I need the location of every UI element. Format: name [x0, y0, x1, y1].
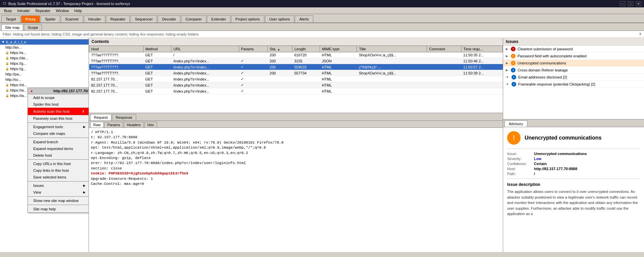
tab-response[interactable]: Response: [112, 114, 136, 120]
close-button[interactable]: ✕: [636, 1, 641, 6]
table-row[interactable]: ???ae???TT???. GET /index.php?s=/index..…: [89, 64, 503, 70]
tab-target[interactable]: Target: [1, 15, 20, 22]
tab-spider[interactable]: Spider: [41, 15, 60, 22]
ctx-add-to-scope[interactable]: Add to scope: [28, 94, 89, 101]
col-mime[interactable]: MIME type: [320, 46, 357, 52]
subtab-raw[interactable]: Raw: [90, 122, 104, 127]
col-time[interactable]: Time requ...: [461, 46, 502, 52]
menu-repeater[interactable]: Repeater: [33, 8, 53, 13]
ctx-spider-host[interactable]: Spider this host: [28, 101, 89, 108]
ctx-engagement-tools[interactable]: Engagement tools ▶: [28, 123, 89, 130]
issue-item[interactable]: ▼ i Email addresses disclosed [2]: [503, 74, 644, 81]
lock-icon: 🔒: [5, 89, 9, 92]
menu-help[interactable]: Help: [72, 8, 85, 13]
cell-time: 11:50:35 2...: [461, 52, 502, 58]
issue-item[interactable]: ▶ ! Unencrypted communications: [503, 60, 644, 67]
issue-item[interactable]: ▶ ! Password field with autocomplete ena…: [503, 53, 644, 60]
tab-advisory[interactable]: Advisory: [504, 120, 527, 127]
list-item[interactable]: 🔒 https://de...: [0, 55, 89, 61]
col-title[interactable]: Title: [357, 46, 427, 52]
table-row[interactable]: ???ae???TT???. GET /index.php?s=/index..…: [89, 70, 503, 76]
issue-item[interactable]: ▼ i Frameable response (potential Clickj…: [503, 81, 644, 88]
table-row[interactable]: 82.157.177.70... GET /index.php?s=/index…: [89, 82, 503, 88]
cell-method: GET: [143, 82, 171, 88]
table-row[interactable]: ???ae???TT???. GET /index.php?s=/index..…: [89, 58, 503, 64]
tab-scanner[interactable]: Scanner: [61, 15, 83, 22]
advisory-content[interactable]: ! Unencrypted communications Issue: Unen…: [503, 127, 644, 252]
tree-item-label: b_a_d_i_t_e: [6, 40, 26, 44]
ctx-passively-scan[interactable]: Passively scan this host: [28, 115, 89, 122]
menu-burp[interactable]: Burp: [1, 8, 14, 13]
table-row[interactable]: 82.157.177.70... GET /index.php?s=/index…: [89, 76, 503, 82]
cell-length: 3155: [292, 58, 320, 64]
issue-label: Cross-domain Referer leakage: [518, 68, 568, 72]
tab-decoder[interactable]: Decoder: [158, 15, 180, 22]
cell-mime: JSON: [320, 58, 357, 64]
ctx-issues[interactable]: Issues ▶: [28, 182, 89, 189]
ctx-expand-requested[interactable]: Expand requested items: [28, 145, 89, 152]
col-comment[interactable]: Comment: [427, 46, 461, 52]
contents-table[interactable]: Host Method URL Params Sta. ▲ Length MIM…: [89, 46, 503, 113]
col-length[interactable]: Length: [292, 46, 320, 52]
table-row[interactable]: 82.157.177.70... GET /index.php?s=/index…: [89, 88, 503, 94]
tab-request[interactable]: Request: [90, 114, 111, 120]
tab-extender[interactable]: Extender: [207, 15, 230, 22]
list-item[interactable]: 🔒 https://st...: [0, 82, 89, 88]
tab-comparer[interactable]: Comparer: [181, 15, 206, 22]
tree-item-root[interactable]: ▼ b_a_d_i_t_e: [0, 39, 89, 45]
tab-repeater[interactable]: Repeater: [106, 15, 130, 22]
sub-tab-scope[interactable]: Scope: [24, 24, 42, 31]
subtab-headers[interactable]: Headers: [124, 122, 144, 127]
issue-item[interactable]: ▶ ! Cleartext submission of password: [503, 46, 644, 53]
req-cookie-line: Cookie: PHPSESSID=9jg51nebphsb50gap1kk3r…: [91, 171, 501, 176]
sub-tab-sitemap[interactable]: Site map: [1, 24, 23, 31]
ctx-expand-branch[interactable]: Expand branch: [28, 139, 89, 145]
tab-user-options[interactable]: User options: [265, 15, 294, 22]
cell-title: [357, 76, 427, 82]
list-item[interactable]: 🔒 https://g...: [0, 66, 89, 71]
table-row[interactable]: ???ae???TT???. GET / 200 616720 HTML Sho…: [89, 52, 503, 58]
ctx-delete-host[interactable]: Delete host: [28, 152, 89, 159]
ctx-new-sitemap-window[interactable]: Show new site map window: [28, 197, 89, 204]
issue-severity-icon: !: [511, 61, 516, 65]
ctx-copy-urls[interactable]: Copy URLs in this host: [28, 160, 89, 167]
req-line: ept: text/html,application/xhtml+xml,app…: [91, 145, 501, 150]
issue-expand-icon: ▶: [506, 54, 508, 58]
col-params[interactable]: Params: [239, 46, 268, 52]
title-text: Burp Suite Professional v1.7.37 - Tempor…: [8, 2, 130, 6]
col-host[interactable]: Host: [89, 46, 144, 52]
title-bar-controls[interactable]: ─ □ ✕: [620, 1, 641, 6]
col-method[interactable]: Method: [143, 46, 171, 52]
ctx-save-selected[interactable]: Save selected items: [28, 174, 89, 181]
request-content[interactable]: / HTTP/1.1 t: 82.157.177.70:8888 r-Agent…: [89, 128, 503, 252]
ctx-sitemap-help[interactable]: Site map help: [28, 206, 89, 212]
tab-project-options[interactable]: Project options: [231, 15, 264, 22]
list-item[interactable]: 🔒 https://g...: [0, 61, 89, 66]
ctx-view[interactable]: View ▶: [28, 189, 89, 196]
menu-window[interactable]: Window: [53, 8, 71, 13]
list-item[interactable]: 🔒 https://a...: [0, 50, 89, 55]
tab-proxy[interactable]: Proxy: [21, 15, 40, 22]
minimize-button[interactable]: ─: [620, 1, 625, 6]
subtab-hex[interactable]: Hex: [145, 122, 157, 127]
col-url[interactable]: URL: [171, 46, 239, 52]
maximize-button[interactable]: □: [628, 1, 633, 6]
tab-sequencer[interactable]: Sequencer: [130, 15, 157, 22]
col-status[interactable]: Sta. ▲: [268, 46, 292, 52]
cell-method: GET: [143, 58, 171, 64]
issue-item[interactable]: ▶ i Cross-domain Referer leakage: [503, 67, 644, 74]
list-item[interactable]: http://pa...: [0, 71, 89, 77]
menu-intruder[interactable]: Intruder: [14, 8, 33, 13]
tree-item-label: https://w...: [10, 88, 27, 92]
filter-help-icon[interactable]: ?: [639, 32, 641, 36]
tab-alerts[interactable]: Alerts: [295, 15, 313, 22]
filter-bar[interactable]: Filter: Hiding not found items; hiding C…: [0, 31, 644, 38]
ctx-actively-scan[interactable]: Actively scan this host 3: [28, 108, 89, 115]
list-item[interactable]: http://sc...: [0, 77, 89, 82]
subtab-params[interactable]: Params: [104, 122, 123, 127]
ctx-compare-site-maps[interactable]: Compare site maps: [28, 130, 89, 137]
tab-intruder[interactable]: Intruder: [84, 15, 105, 22]
ctx-copy-links[interactable]: Copy links in this host: [28, 167, 89, 174]
list-item[interactable]: http://an...: [0, 45, 89, 50]
issue-severity-icon: !: [511, 54, 516, 58]
